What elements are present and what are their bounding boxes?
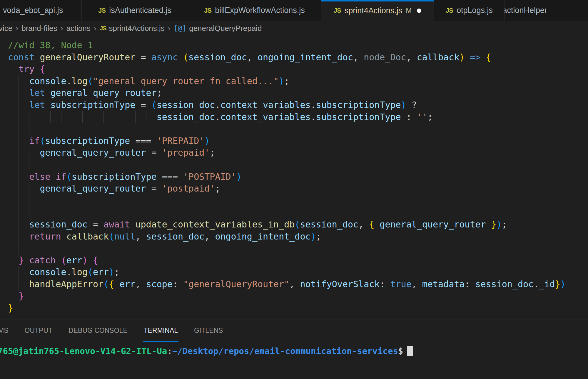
code-line[interactable]: let subscriptionType = (session_doc.cont… bbox=[8, 99, 588, 111]
code-token: = bbox=[146, 147, 162, 158]
tab-label: billExpWorkflowActions.js bbox=[215, 6, 305, 15]
code-line[interactable]: general_query_router = 'prepaid'; bbox=[8, 147, 588, 159]
panel-tab-debug-console[interactable]: DEBUG CONSOLE bbox=[68, 320, 128, 342]
indent-guide bbox=[8, 123, 8, 135]
indent-guide bbox=[8, 159, 8, 171]
code-token: ; bbox=[210, 147, 215, 158]
tab-otpLogs.js[interactable]: JSotpLogs.js bbox=[434, 0, 505, 21]
tab-actionHelpers.js[interactable]: JSactionHelpers.js bbox=[505, 0, 546, 21]
tab-isAuthenticated.js[interactable]: JSisAuthenticated.js bbox=[82, 0, 188, 21]
panel-tab-problems[interactable]: MS bbox=[0, 320, 9, 342]
code-line[interactable]: general_query_router = 'postpaid'; bbox=[8, 183, 588, 195]
code-line[interactable]: return callback(null, session_doc, ongoi… bbox=[8, 231, 588, 243]
code-token: console bbox=[29, 267, 66, 277]
breadcrumb-item-brand-files[interactable]: brand-files bbox=[21, 24, 57, 33]
code-token: : bbox=[465, 279, 475, 289]
panel-tab-output[interactable]: OUTPUT bbox=[24, 320, 53, 342]
code-token bbox=[486, 219, 491, 230]
code-token: : bbox=[173, 279, 183, 289]
unsaved-dot-icon bbox=[417, 9, 421, 13]
indent-guide bbox=[29, 183, 29, 195]
code-token: if bbox=[56, 172, 66, 182]
tab-sprint4Actions.js[interactable]: JSsprint4Actions.jsM bbox=[321, 0, 434, 21]
code-line[interactable]: else if(subscriptionType === 'POSTPAID') bbox=[8, 171, 588, 183]
code-token: . bbox=[66, 267, 72, 277]
code-token: callback bbox=[417, 52, 460, 62]
code-token: subscriptionType bbox=[316, 112, 401, 122]
code-line[interactable] bbox=[8, 195, 588, 207]
code-token: err bbox=[119, 279, 135, 289]
panel-tab-terminal[interactable]: TERMINAL bbox=[143, 320, 178, 342]
code-line[interactable]: const generalQueryRouter = async (sessio… bbox=[8, 51, 588, 64]
code-line[interactable]: session_doc.context_variables.subscripti… bbox=[8, 111, 588, 123]
breadcrumb-item-actions[interactable]: actions bbox=[66, 24, 91, 33]
code-token: , bbox=[406, 52, 417, 62]
code-token bbox=[8, 183, 40, 194]
code-line[interactable]: } catch (err) { bbox=[8, 255, 588, 267]
code-token: catch bbox=[29, 255, 56, 265]
code-token: err bbox=[93, 267, 109, 277]
vscode-window: voda_ebot_api.jsJSisAuthenticated.jsJSbi… bbox=[0, 0, 588, 379]
code-token: general_query_router bbox=[40, 183, 146, 194]
indent-guide bbox=[19, 147, 19, 159]
code-editor[interactable]: //wid 38, Node 1const generalQueryRouter… bbox=[0, 35, 588, 320]
code-line[interactable]: console.log("general query router fn cal… bbox=[8, 75, 588, 87]
code-token: ( bbox=[88, 267, 93, 277]
code-token: await bbox=[103, 219, 130, 230]
indent-guide bbox=[8, 231, 8, 243]
code-token: metadata bbox=[422, 279, 465, 289]
code-line[interactable]: } bbox=[8, 290, 588, 302]
code-line[interactable]: let general_query_router; bbox=[8, 87, 588, 99]
code-token bbox=[114, 279, 119, 289]
terminal-view[interactable]: 765@jatin765-Lenovo-V14-G2-ITL-Ua:~/Desk… bbox=[0, 342, 588, 356]
indent-guide bbox=[8, 219, 8, 231]
indent-guide bbox=[72, 111, 72, 123]
breadcrumb-label: brand-files bbox=[21, 24, 57, 33]
code-token: , bbox=[353, 52, 364, 62]
code-token: } bbox=[19, 255, 24, 265]
panel-tab-gitlens[interactable]: GITLENS bbox=[193, 320, 223, 342]
breadcrumb-separator-icon: › bbox=[61, 24, 63, 33]
indent-guide bbox=[8, 278, 8, 290]
breadcrumb-item-generalQueryPrepaid[interactable]: [@]generalQueryPrepaid bbox=[174, 24, 262, 33]
code-token: 'prepaid' bbox=[162, 147, 210, 158]
code-line[interactable]: session_doc = await update_context_varia… bbox=[8, 219, 588, 231]
code-line[interactable]: //wid 38, Node 1 bbox=[8, 39, 588, 51]
code-line[interactable]: if(subscriptionType === 'PREPAID') bbox=[8, 135, 588, 147]
terminal-prompt-symbol: $ bbox=[398, 346, 403, 356]
code-token: ) bbox=[236, 172, 242, 182]
indent-guide bbox=[29, 111, 29, 123]
code-token: general_query_router bbox=[40, 147, 146, 158]
breadcrumb-item-vice[interactable]: vice bbox=[0, 24, 12, 33]
indent-guide bbox=[8, 195, 8, 207]
code-line[interactable] bbox=[8, 207, 588, 219]
code-line[interactable] bbox=[8, 242, 588, 255]
code-line[interactable]: handleAppError({ err, scope: "generalQue… bbox=[8, 278, 588, 290]
code-token bbox=[34, 52, 40, 62]
code-token: ) bbox=[560, 279, 565, 289]
code-token: handleAppError bbox=[29, 279, 103, 289]
indent-guide bbox=[19, 183, 19, 195]
code-token: = bbox=[88, 219, 103, 230]
breadcrumb-item-sprint4Actions.js[interactable]: JSsprint4Actions.js bbox=[100, 24, 165, 33]
terminal-cwd-path: ~/Desktop/repos/email-communication-serv… bbox=[172, 346, 398, 356]
code-token: . bbox=[311, 100, 316, 110]
code-token bbox=[45, 88, 50, 98]
tab-voda_ebot_api.js[interactable]: voda_ebot_api.js bbox=[0, 0, 82, 21]
js-file-icon: JS bbox=[100, 25, 106, 32]
git-modified-badge: M bbox=[406, 6, 412, 15]
code-line[interactable]: console.log(err); bbox=[8, 266, 588, 278]
indent-guide bbox=[19, 99, 19, 111]
code-token: 'POSTPAID' bbox=[183, 172, 236, 182]
code-line[interactable] bbox=[8, 123, 588, 135]
code-token: context_variables bbox=[220, 100, 310, 110]
code-line[interactable]: } bbox=[8, 302, 588, 314]
js-file-icon: JS bbox=[98, 7, 106, 14]
tab-billExpWorkflowActions.js[interactable]: JSbillExpWorkflowActions.js bbox=[188, 0, 321, 21]
code-token: = bbox=[135, 52, 151, 62]
code-line[interactable]: try { bbox=[8, 63, 588, 75]
indent-guide bbox=[19, 75, 19, 87]
code-line[interactable] bbox=[8, 159, 588, 171]
indent-guide bbox=[8, 242, 8, 255]
indent-guide bbox=[61, 111, 61, 123]
